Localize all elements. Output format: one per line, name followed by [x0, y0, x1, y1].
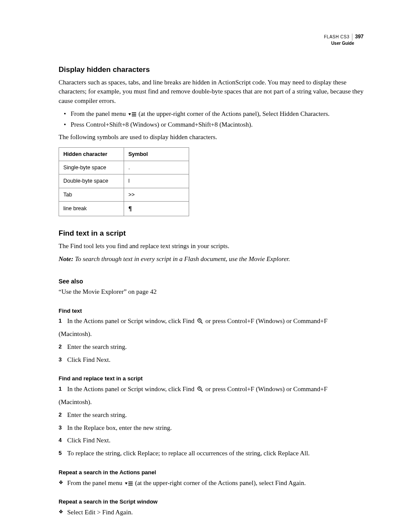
table-row: Double-byte space l [59, 174, 189, 188]
text-fragment: In the Replace box, enter the new string… [67, 424, 172, 431]
step: 3In the Replace box, enter the new strin… [59, 423, 364, 433]
note-label: Note: [59, 255, 73, 262]
diamond-list: Select Edit > Find Again. [59, 508, 364, 517]
svg-marker-12 [125, 482, 128, 485]
svg-line-5 [201, 322, 202, 324]
cell: line break [59, 201, 124, 216]
see-also-link: “Use the Movie Explorer” on page 42 [59, 287, 364, 297]
step: 2Enter the search string. [59, 342, 364, 352]
page-number: 397 [352, 34, 364, 40]
hidden-characters-table: Hidden character Symbol Single-byte spac… [59, 147, 189, 216]
table-row: Hidden character Symbol [59, 148, 189, 161]
step-continuation: (Macintosh). [59, 398, 364, 407]
procedure-heading-find-text: Find text [59, 307, 364, 315]
step: 4Click Find Next. [59, 436, 364, 445]
table-row: Single-byte space . [59, 161, 189, 174]
section-heading-find-text: Find text in a script [59, 228, 364, 239]
cell: >> [124, 188, 189, 201]
section-heading-display-hidden: Display hidden characters [59, 65, 364, 75]
table-row: line break ¶ [59, 201, 189, 216]
text-fragment: Enter the search string. [67, 411, 127, 418]
text-fragment: (at the upper-right corner of the Action… [134, 479, 306, 486]
svg-marker-0 [128, 113, 131, 115]
text-fragment: In the Actions panel or Script window, c… [67, 386, 196, 392]
cell: Tab [59, 188, 124, 201]
bullet-list: From the panel menu (at the upper-right … [59, 109, 364, 130]
note: Note: To search through text in every sc… [59, 255, 364, 264]
note-text: To search through text in every script i… [73, 255, 290, 262]
procedure-heading-repeat-actions: Repeat a search in the Actions panel [59, 469, 364, 477]
text-fragment: Enter the search string. [67, 343, 127, 350]
step: 5To replace the string, click Replace; t… [59, 449, 364, 458]
text-fragment: From the panel menu [67, 479, 124, 486]
list-item: Select Edit > Find Again. [59, 508, 364, 517]
see-also-heading: See also [59, 277, 364, 286]
find-icon [197, 318, 203, 324]
list-item: From the panel menu (at the upper-right … [59, 479, 364, 488]
text-fragment: Click Find Next. [67, 437, 110, 444]
panel-menu-icon [128, 112, 136, 117]
column-header: Symbol [124, 148, 189, 161]
column-header: Hidden character [59, 148, 124, 161]
body-text: Characters such as spaces, tabs, and lin… [59, 78, 364, 106]
find-icon [197, 386, 203, 392]
ordered-steps: 1 In the Actions panel or Script window,… [59, 385, 364, 394]
ordered-steps: 1 In the Actions panel or Script window,… [59, 317, 364, 326]
text-fragment: (at the upper-right corner of the Action… [137, 110, 330, 117]
content: Display hidden characters Characters suc… [59, 65, 364, 517]
text-fragment: To replace the string, click Replace; to… [67, 450, 310, 457]
step: 1 In the Actions panel or Script window,… [59, 317, 364, 326]
procedure-heading-repeat-script: Repeat a search in the Script window [59, 498, 364, 506]
step: 3Click Find Next. [59, 355, 364, 365]
guide-label: User Guide [324, 40, 364, 46]
svg-rect-1 [132, 112, 136, 113]
page: FLASH CS3 397 User Guide Display hidden … [0, 0, 411, 532]
cell: Single-byte space [59, 161, 124, 174]
svg-rect-2 [132, 114, 136, 115]
panel-menu-icon [125, 481, 133, 486]
product-name: FLASH CS3 [324, 34, 349, 40]
list-item: From the panel menu (at the upper-right … [59, 109, 364, 119]
body-text: The following symbols are used to displa… [59, 133, 364, 142]
step: 1 In the Actions panel or Script window,… [59, 385, 364, 394]
step: 2Enter the search string. [59, 411, 364, 420]
cell: Double-byte space [59, 174, 124, 188]
list-item: Press Control+Shift+8 (Windows) or Comma… [59, 120, 364, 130]
body-text: The Find tool lets you find and replace … [59, 242, 364, 251]
step-continuation: (Macintosh). [59, 330, 364, 339]
text-fragment: From the panel menu [71, 110, 128, 117]
cell: l [124, 174, 189, 188]
page-header: FLASH CS3 397 User Guide [324, 34, 364, 46]
ordered-steps: 2Enter the search string. 3Click Find Ne… [59, 342, 364, 365]
ordered-steps: 2Enter the search string. 3In the Replac… [59, 411, 364, 458]
svg-rect-13 [128, 482, 133, 482]
text-fragment: or press Control+F (Windows) or Command+… [204, 317, 327, 324]
table-row: Tab >> [59, 188, 189, 201]
cell: . [124, 161, 189, 174]
text-fragment: In the Actions panel or Script window, c… [67, 317, 196, 324]
svg-rect-3 [132, 115, 136, 116]
svg-line-9 [201, 390, 202, 392]
procedure-heading-find-replace: Find and replace text in a script [59, 375, 364, 383]
cell: ¶ [124, 201, 189, 216]
text-fragment: Click Find Next. [67, 356, 110, 363]
text-fragment: or press Control+F (Windows) or Command+… [204, 386, 327, 392]
diamond-list: From the panel menu (at the upper-right … [59, 479, 364, 488]
svg-rect-14 [128, 483, 133, 484]
svg-rect-15 [128, 485, 133, 485]
